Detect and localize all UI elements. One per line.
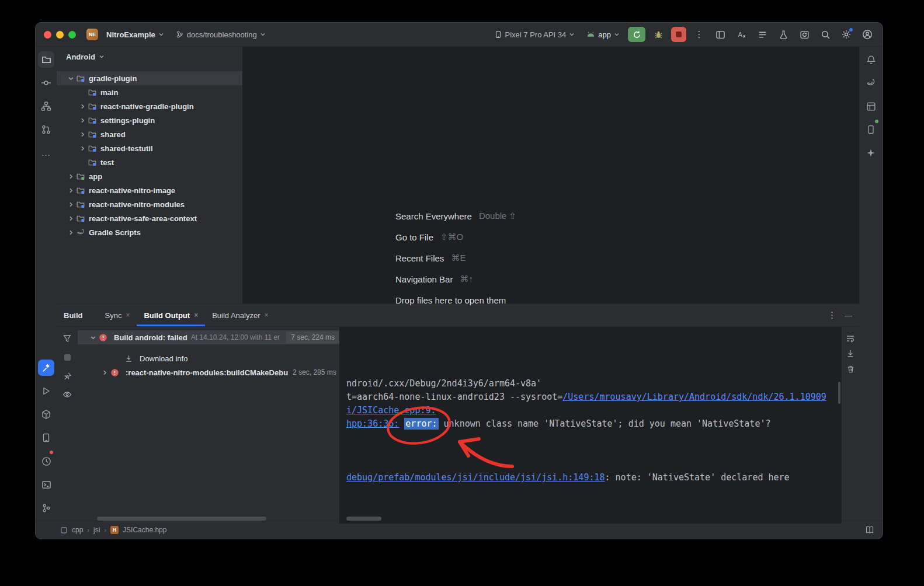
eye-icon[interactable]: [60, 388, 74, 402]
chevron-right-icon[interactable]: [78, 117, 87, 124]
close-tab-icon[interactable]: ×: [194, 311, 198, 319]
console-file-link[interactable]: debug/prefab/modules/jsi/include/jsi/jsi…: [346, 472, 605, 483]
notifications-tool-button[interactable]: [862, 48, 880, 71]
build-tree-item[interactable]: :react-native-nitro-modules:buildCMakeDe…: [78, 365, 339, 379]
project-tool-button[interactable]: [37, 48, 55, 71]
project-tree-item[interactable]: main: [57, 85, 242, 99]
version-control-tool-button[interactable]: [37, 496, 55, 519]
build-options-kebab-icon[interactable]: ⋮: [828, 310, 836, 320]
build-tree-hscrollbar[interactable]: [97, 517, 266, 521]
settings-notification-dot: [849, 28, 853, 32]
project-item-label: shared: [100, 130, 126, 139]
todo-list-button[interactable]: [754, 26, 770, 43]
project-tree-item[interactable]: settings-plugin: [57, 113, 242, 127]
build-tool-button[interactable]: [37, 356, 55, 379]
sync-project-button[interactable]: [796, 26, 812, 43]
project-selector[interactable]: NitroExample: [103, 29, 168, 41]
build-tool-window: Build Sync×Build Output×Build Analyzer× …: [57, 304, 859, 524]
build-output-console[interactable]: ndroid/.cxx/Debug/2nd4i3y6/arm64-v8a't=a…: [339, 327, 842, 524]
run-tool-button[interactable]: [37, 379, 55, 403]
console-file-link[interactable]: /Users/mrousavy/Library/Android/sdk/ndk/…: [562, 392, 826, 402]
clear-all-trash-icon[interactable]: [843, 362, 857, 376]
layout-inspector-tool-button[interactable]: [862, 95, 880, 118]
project-tree-item[interactable]: gradle-plugin: [57, 71, 242, 85]
console-file-link[interactable]: hpp:36:36:: [346, 418, 399, 429]
assistant-tool-button[interactable]: [862, 141, 880, 165]
project-tree-item[interactable]: app: [57, 169, 242, 183]
breadcrumb-cpp[interactable]: cpp: [72, 526, 83, 534]
chevron-down-icon: [569, 32, 575, 37]
build-tab-sync[interactable]: Sync×: [98, 304, 137, 326]
close-tab-icon[interactable]: ×: [126, 311, 130, 319]
project-tree-item[interactable]: react-native-safe-area-context: [57, 211, 242, 225]
console-hscrollbar[interactable]: [346, 517, 381, 521]
reader-mode-icon[interactable]: [865, 525, 874, 535]
chevron-right-icon[interactable]: [100, 369, 109, 376]
breadcrumb-jsi[interactable]: jsi: [93, 526, 100, 534]
search-everywhere-button[interactable]: [817, 26, 833, 43]
project-tree-item[interactable]: react-native-nitro-modules: [57, 197, 242, 211]
branch-selector[interactable]: docs/troubleshooting: [172, 29, 269, 41]
run-config-selector[interactable]: app: [583, 29, 623, 41]
breadcrumb-separator: ›: [104, 526, 106, 533]
structure-tool-button[interactable]: [37, 95, 55, 118]
stop-process-icon[interactable]: [60, 350, 74, 364]
running-devices-tool-button[interactable]: [862, 118, 880, 141]
gradle-tool-button[interactable]: [862, 71, 880, 95]
stop-button[interactable]: [671, 27, 686, 42]
terminal-tool-button[interactable]: [37, 473, 55, 496]
project-view-mode-selector[interactable]: Android: [57, 47, 242, 67]
hide-tool-window-button[interactable]: —: [845, 311, 852, 320]
more-tool-windows-button[interactable]: …: [37, 141, 55, 165]
dependencies-tool-button[interactable]: [37, 403, 55, 426]
build-tab-build-output[interactable]: Build Output×: [137, 304, 205, 326]
chevron-right-icon[interactable]: [78, 131, 87, 138]
tests-button[interactable]: [775, 26, 791, 43]
chevron-right-icon[interactable]: [66, 215, 75, 222]
device-selector[interactable]: Pixel 7 Pro API 34: [491, 29, 579, 41]
account-button[interactable]: [859, 26, 876, 43]
build-tree-item[interactable]: Download info: [78, 351, 339, 365]
chevron-right-icon[interactable]: [78, 145, 87, 152]
chevron-down-icon[interactable]: [66, 75, 75, 82]
commit-tool-button[interactable]: [37, 71, 55, 95]
chevron-right-icon[interactable]: [66, 201, 75, 208]
run-button[interactable]: [628, 27, 645, 42]
close-window-button[interactable]: [44, 31, 51, 39]
module-folder-icon: [87, 130, 98, 139]
breadcrumb-file[interactable]: JSICache.hpp: [123, 526, 166, 534]
filter-icon[interactable]: [60, 332, 74, 346]
project-tree-item[interactable]: test: [57, 155, 242, 169]
build-tree-item[interactable]: Build android: failedAt 14.10.24, 12:00 …: [78, 330, 339, 344]
scroll-to-end-icon[interactable]: [843, 347, 857, 361]
chevron-right-icon[interactable]: [78, 103, 87, 110]
console-vscrollbar[interactable]: [838, 382, 840, 404]
minimize-window-button[interactable]: [56, 31, 64, 39]
project-tree-item[interactable]: shared: [57, 127, 242, 141]
build-tab-build-analyzer[interactable]: Build Analyzer×: [205, 304, 275, 326]
project-tree-item[interactable]: react-native-gradle-plugin: [57, 99, 242, 113]
problems-tool-button[interactable]: [37, 449, 55, 473]
translate-button[interactable]: A: [733, 26, 749, 43]
chevron-right-icon[interactable]: [66, 173, 75, 180]
close-tab-icon[interactable]: ×: [265, 311, 269, 319]
module-folder-icon: [87, 116, 98, 125]
settings-button[interactable]: [838, 26, 854, 43]
zoom-window-button[interactable]: [68, 31, 76, 39]
pin-icon[interactable]: [60, 369, 74, 383]
project-tree-item[interactable]: react-native-nitro-image: [57, 183, 242, 197]
soft-wrap-icon[interactable]: [843, 332, 857, 346]
tool-windows-layout-button[interactable]: [712, 26, 728, 43]
device-manager-tool-button[interactable]: [37, 426, 55, 449]
editor-area[interactable]: Search EverywhereDouble ⇧Go to File⇧⌘ORe…: [242, 47, 859, 304]
run-config-name: app: [598, 30, 611, 39]
chevron-right-icon[interactable]: [66, 187, 75, 194]
debug-button[interactable]: [650, 26, 666, 43]
chevron-right-icon[interactable]: [66, 229, 75, 236]
more-actions-button[interactable]: ⋮: [691, 26, 707, 43]
pull-requests-tool-button[interactable]: [37, 118, 55, 141]
project-tree-item[interactable]: shared-testutil: [57, 141, 242, 155]
console-file-link[interactable]: i/JSICache.cpp:9:: [346, 405, 436, 416]
chevron-down-icon[interactable]: [88, 334, 98, 341]
project-tree-item[interactable]: Gradle Scripts: [57, 225, 242, 239]
